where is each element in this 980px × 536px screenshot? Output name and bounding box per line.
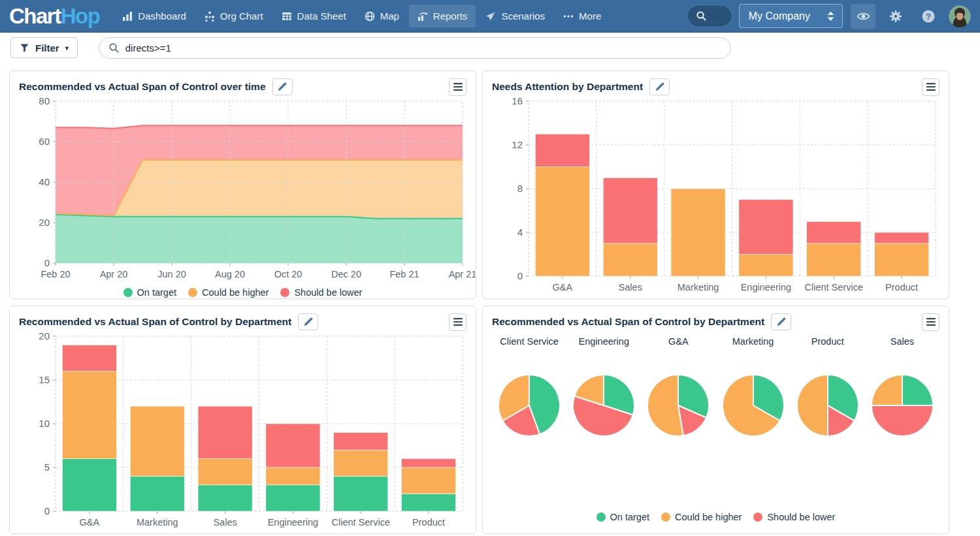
nav-item-more[interactable]: More bbox=[555, 5, 610, 27]
scenarios-icon bbox=[485, 11, 496, 22]
panel-header: Recommended vs Actual Span of Control by… bbox=[19, 313, 466, 331]
bar-segment-red[interactable] bbox=[402, 459, 456, 467]
pie-category-label: G&A bbox=[641, 336, 715, 347]
axis-tick-label: Marketing bbox=[137, 517, 178, 528]
filter-button[interactable]: Filter ▾ bbox=[10, 37, 78, 58]
view-toggle-button[interactable] bbox=[851, 4, 875, 29]
axis-tick-label: Apr 21 bbox=[449, 269, 476, 279]
bar-segment-green[interactable] bbox=[130, 476, 184, 511]
bar-segment-red[interactable] bbox=[807, 221, 861, 244]
bar-segment-orange[interactable] bbox=[334, 450, 388, 476]
nav-item-map[interactable]: Map bbox=[356, 5, 408, 27]
help-icon: ? bbox=[921, 9, 936, 24]
bar-segment-orange[interactable] bbox=[266, 467, 320, 485]
bar-segment-orange[interactable] bbox=[402, 467, 456, 494]
legend-item[interactable]: On target bbox=[596, 512, 649, 522]
bar-segment-orange[interactable] bbox=[603, 244, 657, 276]
hamburger-icon bbox=[926, 317, 936, 326]
map-icon bbox=[365, 11, 375, 22]
bar-segment-orange[interactable] bbox=[198, 459, 252, 485]
bar-segment-orange[interactable] bbox=[807, 244, 861, 276]
legend-item[interactable]: On target bbox=[123, 287, 176, 298]
bar-segment-orange[interactable] bbox=[875, 244, 929, 276]
funnel-icon bbox=[20, 43, 29, 53]
panel-menu-button[interactable] bbox=[922, 78, 939, 96]
company-selector[interactable]: My Company bbox=[739, 4, 843, 28]
nav-item-dashboard[interactable]: Dashboard bbox=[114, 5, 194, 27]
pie-slice-orange[interactable] bbox=[872, 375, 902, 405]
bar-segment-green[interactable] bbox=[334, 476, 388, 511]
bar-segment-red[interactable] bbox=[875, 232, 929, 244]
bar-segment-green[interactable] bbox=[62, 459, 116, 511]
legend-item[interactable]: Could be higher bbox=[188, 287, 269, 298]
edit-chart-button[interactable] bbox=[298, 313, 318, 330]
panel-span-by-department-pies: Recommended vs Actual Span of Control by… bbox=[482, 306, 949, 534]
panel-title: Recommended vs Actual Span of Control by… bbox=[492, 316, 764, 328]
axis-tick-label: G&A bbox=[553, 282, 573, 292]
panel-menu-button[interactable] bbox=[449, 313, 466, 331]
nav-item-label: Data Sheet bbox=[297, 10, 346, 22]
bar-segment-orange[interactable] bbox=[535, 167, 589, 277]
axis-tick-label: 0 bbox=[517, 270, 523, 281]
nav-item-org-chart[interactable]: Org Chart bbox=[196, 5, 272, 27]
axis-tick-label: Engineering bbox=[741, 282, 791, 292]
edit-chart-button[interactable] bbox=[272, 78, 293, 95]
pie-chart-marketing bbox=[716, 374, 791, 437]
area-series-green[interactable] bbox=[56, 215, 463, 263]
nav-item-label: Dashboard bbox=[138, 10, 186, 22]
legend-item[interactable]: Could be higher bbox=[661, 512, 742, 522]
bar-segment-red[interactable] bbox=[603, 178, 657, 244]
bar-segment-orange[interactable] bbox=[739, 255, 793, 277]
filter-bar: Filter ▾ bbox=[0, 33, 980, 63]
pie-slice-green[interactable] bbox=[902, 375, 933, 405]
pie-category-label: Marketing bbox=[716, 336, 791, 347]
pie-chart-g-a bbox=[641, 374, 715, 437]
bar-segment-red[interactable] bbox=[535, 134, 589, 166]
nav-item-scenarios[interactable]: Scenarios bbox=[477, 5, 553, 27]
nav-item-data-sheet[interactable]: Data Sheet bbox=[273, 5, 355, 27]
bar-segment-green[interactable] bbox=[402, 494, 456, 511]
edit-chart-button[interactable] bbox=[649, 78, 670, 95]
data-sheet-icon bbox=[282, 11, 292, 22]
chart-legend: On targetCould be higherShould be lower bbox=[492, 509, 939, 526]
settings-button[interactable] bbox=[883, 4, 908, 29]
panel-title: Recommended vs Actual Span of Control ov… bbox=[19, 81, 266, 93]
pie-slice-orange[interactable] bbox=[647, 375, 683, 436]
legend-label: On target bbox=[137, 287, 176, 298]
legend-dot-green bbox=[123, 288, 133, 297]
legend-item[interactable]: Should be lower bbox=[280, 287, 362, 298]
charthop-logo[interactable]: ChartHop bbox=[9, 0, 99, 33]
bar-segment-red[interactable] bbox=[334, 432, 388, 450]
nav-search-button[interactable] bbox=[688, 6, 731, 26]
panel-menu-button[interactable] bbox=[449, 78, 466, 96]
help-button[interactable]: ? bbox=[916, 4, 941, 29]
nav-item-label: Map bbox=[380, 10, 399, 22]
bar-segment-red[interactable] bbox=[198, 406, 252, 458]
bar-segment-orange[interactable] bbox=[62, 371, 116, 459]
axis-tick-label: 10 bbox=[39, 418, 50, 429]
user-avatar[interactable] bbox=[949, 5, 971, 27]
bar-segment-green[interactable] bbox=[266, 485, 320, 511]
panel-menu-button[interactable] bbox=[922, 313, 939, 331]
nav-item-reports[interactable]: Reports bbox=[409, 5, 476, 27]
caret-down-icon: ▾ bbox=[65, 44, 69, 52]
edit-chart-button[interactable] bbox=[771, 313, 791, 330]
bar-segment-orange[interactable] bbox=[671, 189, 725, 276]
bar-segment-red[interactable] bbox=[739, 200, 793, 255]
pie-slice-orange[interactable] bbox=[797, 375, 828, 436]
company-selector-label: My Company bbox=[749, 10, 810, 22]
bar-segment-red[interactable] bbox=[62, 345, 116, 371]
nav-item-label: Scenarios bbox=[501, 10, 545, 22]
bar-segment-orange[interactable] bbox=[130, 406, 184, 476]
pie-category-label: Product bbox=[791, 336, 865, 347]
bar-segment-green[interactable] bbox=[198, 485, 252, 511]
axis-tick-label: Feb 20 bbox=[41, 269, 70, 279]
axis-tick-label: Client Service bbox=[332, 517, 390, 528]
bar-segment-red[interactable] bbox=[266, 424, 320, 467]
axis-tick-label: G&A bbox=[80, 517, 100, 528]
filter-query-input[interactable] bbox=[125, 42, 721, 54]
pie-slice-red[interactable] bbox=[872, 405, 933, 436]
legend-item[interactable]: Should be lower bbox=[753, 512, 835, 522]
avatar-image bbox=[949, 5, 971, 27]
nav-item-label: Reports bbox=[433, 10, 468, 22]
